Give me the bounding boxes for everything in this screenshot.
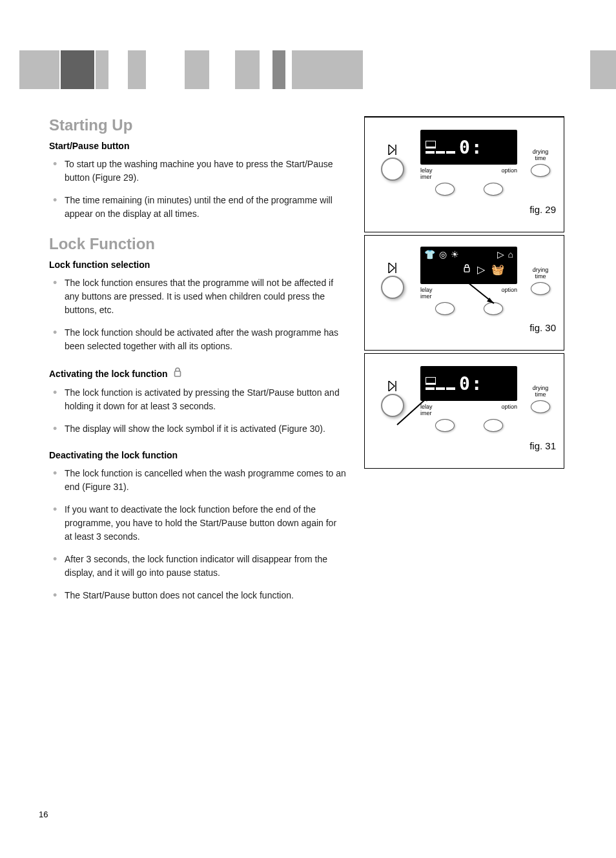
figures-column: 0: lelayimer option — [364, 116, 564, 617]
door-icon: ⌂ — [508, 249, 513, 260]
subheading-start-pause: Start/Pause button — [49, 141, 346, 151]
lcd-time-value: 0: — [459, 137, 484, 158]
start-pause-button — [381, 276, 404, 299]
bullet-item: The lock function should be activated af… — [49, 326, 346, 353]
play-pause-icon — [388, 145, 397, 158]
delay-timer-button — [435, 302, 455, 315]
lock-icon — [173, 367, 182, 380]
text-column: Starting Up Start/Pause button To start … — [49, 116, 346, 617]
figure-label: fig. 29 — [370, 204, 559, 215]
delay-timer-button — [435, 419, 455, 432]
figure-label: fig. 31 — [370, 440, 559, 451]
bullet-item: The lock function ensures that the progr… — [49, 276, 346, 317]
figure-31: 0: lelayimer option — [364, 353, 564, 469]
triangle-icon: ▷ — [497, 249, 504, 260]
play-pause-icon — [388, 381, 397, 394]
page-number: 16 — [39, 810, 48, 819]
bullets-start-pause: To start up the washing machine you have… — [49, 158, 346, 221]
figure-29: 0: lelayimer option — [364, 116, 564, 232]
header-decoration — [19, 50, 616, 89]
sun-icon: ☀ — [451, 249, 459, 260]
bullet-item: The lock function is cancelled when the … — [49, 467, 346, 494]
delay-timer-button — [435, 183, 455, 196]
arrow-indicator — [458, 274, 504, 307]
bullet-item: To start up the washing machine you have… — [49, 158, 346, 185]
bullets-deactivating-lock: The lock function is cancelled when the … — [49, 467, 346, 602]
spin-icon: ◎ — [439, 249, 447, 260]
drying-time-button — [531, 164, 550, 177]
bullet-item: If you want to deactivate the lock funct… — [49, 503, 346, 544]
bullets-activating-lock: The lock function is activated by pressi… — [49, 386, 346, 436]
svg-line-10 — [397, 396, 429, 425]
figure-label: fig. 30 — [370, 322, 559, 333]
figure-30: 👕 ◎ ☀ ▷ ⌂ ▷ — [364, 235, 564, 351]
lcd-time-value: 0: — [459, 373, 484, 394]
svg-rect-5 — [464, 267, 469, 272]
bullet-item: The time remaining (in minutes) until th… — [49, 194, 346, 221]
option-button — [484, 183, 503, 196]
svg-marker-1 — [389, 145, 395, 155]
drying-time-button — [531, 400, 550, 413]
subheading-lock-selection: Lock function selection — [49, 260, 346, 270]
start-pause-button — [381, 158, 404, 181]
bullet-item: After 3 seconds, the lock function indic… — [49, 553, 346, 580]
play-pause-icon — [388, 263, 397, 276]
bullets-lock-selection: The lock function ensures that the progr… — [49, 276, 346, 353]
arrow-indicator — [391, 393, 436, 431]
svg-marker-3 — [389, 263, 395, 273]
subheading-activating-lock: Activating the lock function — [49, 367, 346, 380]
drying-time-button — [531, 282, 550, 295]
bullet-item: The display will show the lock symbol if… — [49, 422, 346, 436]
svg-marker-8 — [389, 381, 395, 391]
section-heading-starting-up: Starting Up — [49, 116, 346, 134]
tshirt-icon: 👕 — [424, 249, 435, 260]
subheading-text: Activating the lock function — [49, 369, 168, 379]
lcd-display: 0: — [420, 130, 517, 165]
section-heading-lock-function: Lock Function — [49, 235, 346, 253]
svg-rect-0 — [174, 371, 180, 376]
subheading-deactivating-lock: Deactivating the lock function — [49, 450, 346, 460]
option-button — [484, 419, 503, 432]
bullet-item: The lock function is activated by pressi… — [49, 386, 346, 413]
bullet-item: The Start/Pause button does not cancel t… — [49, 589, 346, 602]
lock-icon — [463, 264, 471, 276]
